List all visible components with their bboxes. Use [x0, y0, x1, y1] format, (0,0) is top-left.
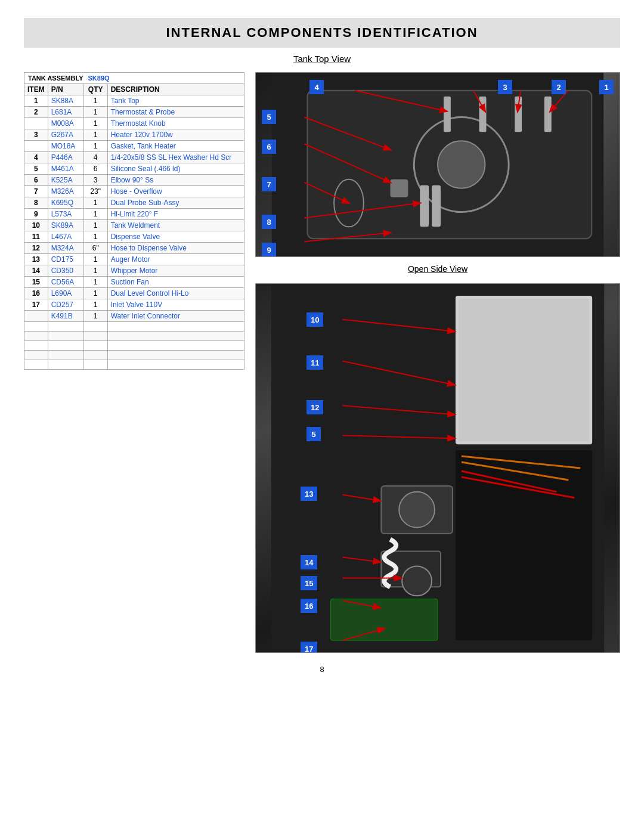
cell-qty — [83, 351, 107, 360]
cell-desc — [107, 332, 244, 341]
table-row: 2L681A1Thermostat & Probe — [24, 107, 244, 118]
cell-qty: 6" — [83, 243, 107, 254]
pn-link[interactable]: SK89A — [51, 221, 73, 230]
cell-qty: 1 — [83, 299, 107, 311]
cell-pn[interactable]: MO18A — [48, 141, 83, 152]
cell-pn[interactable]: M461A — [48, 163, 83, 175]
cell-pn[interactable]: CD175 — [48, 254, 83, 265]
cell-desc — [107, 322, 244, 332]
cell-item — [24, 360, 48, 370]
cell-qty: 1 — [83, 277, 107, 288]
cell-item: 11 — [24, 231, 48, 243]
badge-13: 13 — [301, 487, 317, 501]
cell-pn[interactable]: K695Q — [48, 197, 83, 209]
cell-pn[interactable]: K491B — [48, 311, 83, 322]
badge-1: 1 — [599, 80, 614, 94]
cell-item: 12 — [24, 243, 48, 254]
right-section: 4 3 2 1 5 6 7 8 9 Open Side View — [255, 72, 620, 653]
pn-link[interactable]: CD257 — [51, 301, 73, 309]
open-side-label: Open Side View — [255, 264, 620, 274]
open-side-diagram: 10 11 12 5 13 14 15 16 17 — [255, 283, 620, 653]
svg-rect-33 — [331, 599, 438, 640]
svg-rect-23 — [459, 299, 589, 441]
pn-link[interactable]: M008A — [51, 119, 74, 128]
cell-item: 2 — [24, 107, 48, 118]
table-row — [24, 332, 244, 341]
cell-pn[interactable]: K525A — [48, 175, 83, 186]
cell-pn[interactable]: CD350 — [48, 265, 83, 277]
table-row: 12M324A6"Hose to Dispense Valve — [24, 243, 244, 254]
cell-item: 14 — [24, 265, 48, 277]
pn-link[interactable]: CD350 — [51, 267, 73, 275]
cell-desc: Thermostat Knob — [107, 118, 244, 129]
cell-pn[interactable]: P446A — [48, 152, 83, 163]
page-title: INTERNAL COMPONENTS IDENTIFICATION — [24, 18, 620, 48]
pn-link[interactable]: SK88A — [51, 97, 73, 105]
badge-7: 7 — [262, 177, 276, 191]
tank-assembly-link[interactable]: SK89Q — [88, 75, 110, 82]
pn-link[interactable]: K525A — [51, 176, 73, 184]
col-header-item: ITEM — [24, 84, 48, 95]
pn-link[interactable]: CD56A — [51, 278, 75, 286]
cell-pn[interactable]: M324A — [48, 243, 83, 254]
cell-qty — [83, 322, 107, 332]
cell-qty: 1 — [83, 141, 107, 152]
cell-pn[interactable]: CD56A — [48, 277, 83, 288]
table-row: 15CD56A1Suction Fan — [24, 277, 244, 288]
table-row: 6K525A3Elbow 90° Ss — [24, 175, 244, 186]
cell-desc: Dispense Valve — [107, 231, 244, 243]
cell-pn[interactable]: M326A — [48, 186, 83, 197]
cell-desc — [107, 341, 244, 351]
cell-pn — [48, 332, 83, 341]
pn-link[interactable]: M324A — [51, 244, 74, 252]
badge-9: 9 — [262, 243, 276, 257]
cell-qty: 1 — [83, 265, 107, 277]
cell-pn[interactable]: G267A — [48, 129, 83, 141]
cell-pn[interactable]: L573A — [48, 209, 83, 220]
table-row: 4P446A41/4-20x5/8 SS SL Hex Washer Hd Sc… — [24, 152, 244, 163]
cell-pn[interactable]: SK89A — [48, 220, 83, 231]
pn-link[interactable]: L573A — [51, 210, 72, 218]
cell-pn[interactable]: M008A — [48, 118, 83, 129]
badge-2: 2 — [552, 80, 566, 94]
pn-link[interactable]: P446A — [51, 153, 73, 162]
badge-5: 5 — [262, 110, 276, 124]
pn-link[interactable]: MO18A — [51, 142, 76, 150]
cell-pn[interactable]: L690A — [48, 288, 83, 299]
cell-qty: 3 — [83, 175, 107, 186]
cell-pn[interactable]: CD257 — [48, 299, 83, 311]
pn-link[interactable]: L467A — [51, 233, 72, 241]
pn-link[interactable]: M461A — [51, 165, 74, 173]
table-row: 5M461A6Silicone Seal (.466 ld) — [24, 163, 244, 175]
cell-qty: 1 — [83, 254, 107, 265]
pn-link[interactable]: G267A — [51, 131, 73, 139]
pn-link[interactable]: L681A — [51, 108, 72, 116]
cell-qty: 1 — [83, 95, 107, 107]
badge-17: 17 — [301, 642, 317, 653]
cell-desc: Auger Motor — [107, 254, 244, 265]
cell-qty: 1 — [83, 129, 107, 141]
cell-pn[interactable]: L467A — [48, 231, 83, 243]
cell-desc: Hose - Overflow — [107, 186, 244, 197]
cell-desc: Tank Weldment — [107, 220, 244, 231]
cell-qty: 6 — [83, 163, 107, 175]
col-header-desc: DESCRIPTION — [107, 84, 244, 95]
badge-12: 12 — [306, 400, 323, 414]
cell-qty: 4 — [83, 152, 107, 163]
cell-pn[interactable]: SK88A — [48, 95, 83, 107]
pn-link[interactable]: K695Q — [51, 199, 73, 207]
cell-item: 8 — [24, 197, 48, 209]
pn-link[interactable]: L690A — [51, 289, 72, 298]
cell-qty: 1 — [83, 197, 107, 209]
cell-item: 6 — [24, 175, 48, 186]
cell-pn[interactable]: L681A — [48, 107, 83, 118]
cell-qty: 1 — [83, 220, 107, 231]
pn-link[interactable]: K491B — [51, 312, 73, 320]
pn-link[interactable]: M326A — [51, 187, 74, 196]
cell-qty — [83, 341, 107, 351]
subtitle: Tank Top View — [24, 54, 620, 64]
table-row: 10SK89A1Tank Weldment — [24, 220, 244, 231]
pn-link[interactable]: CD175 — [51, 255, 73, 264]
svg-point-3 — [438, 141, 485, 188]
open-side-svg — [256, 284, 620, 652]
